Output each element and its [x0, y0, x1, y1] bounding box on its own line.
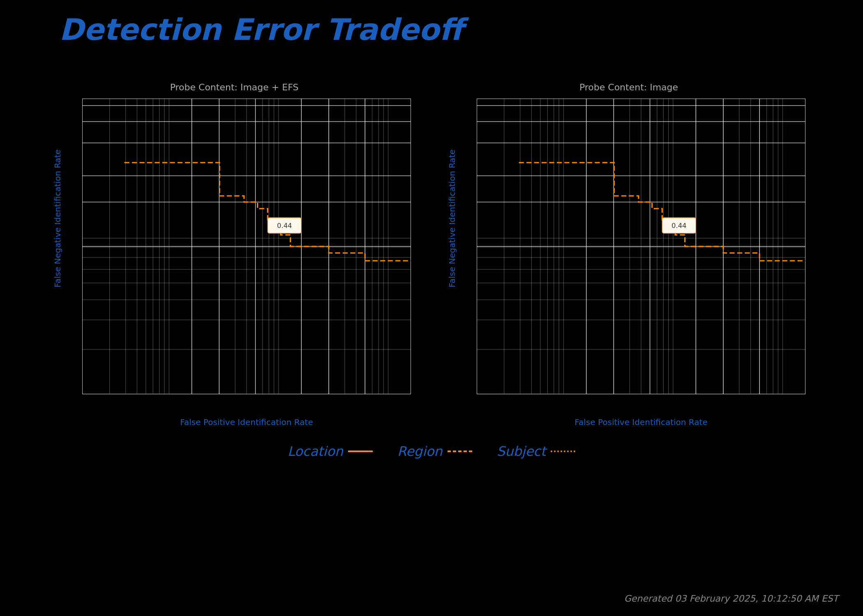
main-container: Detection Error Tradeoff Probe Content: … [0, 0, 863, 616]
y-axis-label-right: False Negative Identification Rate [444, 99, 460, 394]
legend-line-location [348, 451, 373, 452]
legend-area: Location Region Subject [288, 444, 576, 459]
x-axis-label-left: False Positive Identification Rate [82, 417, 411, 427]
chart-right-svg-container: 0.44 0.01 0.02 0.05 0.10 0.20 0.50 [477, 99, 805, 394]
legend-line-region [448, 451, 472, 452]
chart-left-subtitle: Probe Content: Image + EFS [49, 82, 419, 92]
legend-label-region: Region [397, 444, 443, 459]
svg-text:0.44: 0.44 [277, 222, 292, 230]
charts-row: Probe Content: Image + EFS False Negativ… [25, 82, 838, 431]
legend-item-location: Location [288, 444, 373, 459]
chart-left-svg-container: 0.44 0.01 0.02 0.05 0.10 0.20 0.50 [82, 99, 411, 394]
legend-line-subject [551, 451, 575, 452]
chart-left: Probe Content: Image + EFS False Negativ… [49, 82, 419, 431]
chart-left-svg: 0.44 0.01 0.02 0.05 0.10 0.20 0.50 [82, 99, 411, 394]
page-title: Detection Error Tradeoff [59, 12, 463, 47]
legend-label-location: Location [288, 444, 343, 459]
chart-right: Probe Content: Image False Negative Iden… [444, 82, 814, 431]
chart-right-subtitle: Probe Content: Image [444, 82, 814, 92]
footer: Generated 03 February 2025, 10:12:50 AM … [624, 593, 838, 604]
svg-text:0.44: 0.44 [671, 222, 687, 230]
charts-area: Probe Content: Image + EFS False Negativ… [25, 82, 838, 459]
legend-label-subject: Subject [497, 444, 546, 459]
x-axis-label-right: False Positive Identification Rate [477, 417, 805, 427]
legend-item-subject: Subject [497, 444, 576, 459]
y-axis-label-left: False Negative Identification Rate [49, 99, 66, 394]
chart-right-svg: 0.44 0.01 0.02 0.05 0.10 0.20 0.50 [477, 99, 805, 394]
legend-item-region: Region [397, 444, 472, 459]
